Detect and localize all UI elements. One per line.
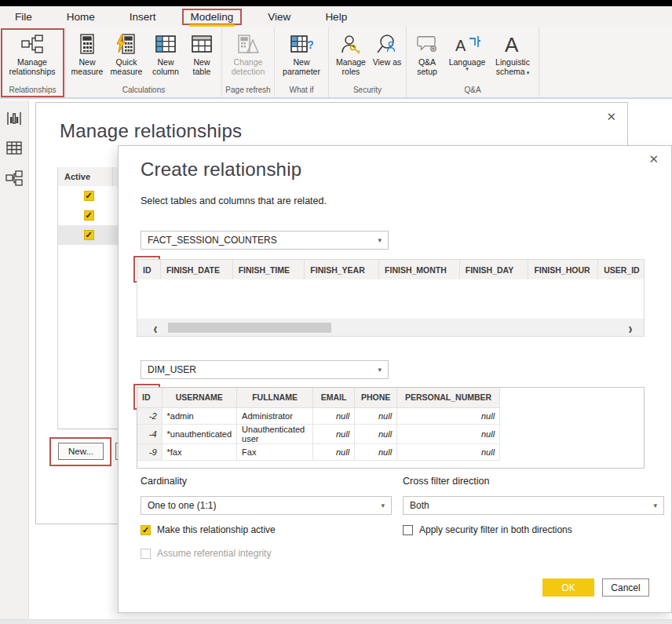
language-caret-icon: ▾	[466, 67, 469, 71]
manage-dialog-close-icon[interactable]: ✕	[606, 111, 616, 122]
option-referential-integrity: Assume referential integrity	[141, 548, 271, 559]
table1-select-dropdown[interactable]: FACT_SESSION_COUNTERS ▾	[141, 231, 389, 250]
active-column-header[interactable]: Active	[58, 167, 112, 186]
manage-relationships-button[interactable]: Manage relationships	[2, 29, 62, 77]
column-header[interactable]: PHONE	[355, 388, 397, 407]
language-button[interactable]: A Language ▾	[445, 29, 489, 71]
scrollbar-thumb[interactable]	[168, 323, 331, 333]
ribbon-group-page-refresh: Change detection Page refresh	[222, 27, 275, 97]
qa-setup-button[interactable]: Q&A setup	[409, 29, 445, 77]
report-view-icon[interactable]	[6, 111, 22, 126]
option-security-filter[interactable]: Apply security filter in both directions	[403, 524, 572, 535]
ok-button[interactable]: OK	[542, 578, 594, 597]
cell-fullname: Fax	[237, 443, 313, 460]
cell-phone: null	[355, 407, 397, 424]
cell-id: -2	[137, 407, 162, 424]
column-header[interactable]: FINISH_DATE	[161, 260, 233, 279]
view-as-button[interactable]: View as	[371, 29, 404, 67]
manage-roles-button[interactable]: Manage roles	[331, 29, 371, 77]
qa-setup-icon	[416, 31, 438, 57]
column-header[interactable]: FINISH_HOUR	[528, 260, 598, 279]
manage-roles-icon	[340, 31, 362, 57]
model-view-icon[interactable]	[5, 170, 23, 186]
linguistic-schema-button[interactable]: A Linguistic schema▾	[489, 29, 536, 77]
cell-email: null	[313, 443, 355, 460]
column-header[interactable]: FINISH_MONTH	[379, 260, 460, 279]
column-header[interactable]: USERNAME	[162, 388, 237, 407]
ribbon-group-security: Manage roles View as Security	[329, 27, 407, 97]
relationship-row[interactable]: ✓	[58, 206, 119, 225]
language-icon: A	[454, 31, 480, 57]
menu-modeling[interactable]: Modeling	[182, 9, 243, 25]
cell-username: *unauthenticated	[162, 424, 237, 443]
create-dialog-title: Create relationship	[141, 159, 301, 181]
cross-filter-label: Cross filter direction	[403, 476, 489, 487]
dim-user-table-preview: ID USERNAME FULLNAME EMAIL PHONE PERSONA…	[137, 387, 645, 469]
column-header[interactable]: EMAIL	[313, 388, 355, 407]
new-column-button[interactable]: New column	[147, 29, 184, 77]
column-header[interactable]: ID	[137, 260, 161, 279]
menu-file[interactable]: File	[6, 9, 41, 25]
menu-insert[interactable]: Insert	[121, 9, 165, 25]
data-view-icon[interactable]	[6, 141, 22, 155]
change-detection-button: Change detection	[225, 29, 272, 77]
view-as-icon	[376, 31, 398, 57]
cell-id: -9	[137, 443, 162, 460]
new-table-label: New table	[184, 57, 219, 77]
cardinality-dropdown[interactable]: One to one (1:1) ▾	[141, 496, 392, 515]
new-column-label: New column	[147, 57, 184, 77]
group-label-page-refresh: Page refresh	[225, 84, 272, 97]
column-header[interactable]: FINISH_TIME	[233, 260, 305, 279]
checkbox-unchecked[interactable]	[403, 525, 413, 535]
horizontal-scrollbar[interactable]: ‹ ›	[137, 319, 644, 336]
option-referential-integrity-label: Assume referential integrity	[157, 548, 271, 559]
cross-filter-dropdown[interactable]: Both ▾	[403, 496, 664, 515]
menu-help[interactable]: Help	[316, 9, 356, 25]
scroll-left-icon[interactable]: ‹	[147, 319, 164, 336]
relationship-row[interactable]: ✓	[58, 186, 119, 206]
group-label-qa: Q&A	[409, 84, 536, 97]
manage-roles-label: Manage roles	[331, 57, 371, 77]
fact-table-preview: ID FINISH_DATE FINISH_TIME FINISH_YEAR F…	[137, 259, 645, 337]
create-dialog-close-icon[interactable]: ✕	[648, 153, 659, 165]
cell-fullname: Unauthenticated user	[237, 424, 313, 443]
option-security-filter-label: Apply security filter in both directions	[419, 524, 572, 535]
option-make-active[interactable]: ✓ Make this relationship active	[141, 524, 276, 535]
active-checkbox-checked[interactable]: ✓	[84, 191, 94, 201]
create-dialog-subtitle: Select tables and columns that are relat…	[141, 195, 327, 206]
column-header[interactable]: FINISH_YEAR	[305, 260, 379, 279]
column-header[interactable]: PERSONAL_NUMBER	[397, 388, 500, 407]
column-header[interactable]: ID	[137, 388, 162, 407]
cross-filter-value: Both	[410, 500, 429, 511]
relationship-row-selected[interactable]: ✓	[58, 225, 119, 245]
view-as-label: View as	[373, 57, 402, 67]
fact-table-empty-body	[137, 279, 644, 319]
column-header[interactable]: FINISH_DAY	[460, 260, 529, 279]
quick-measure-button[interactable]: Quick measure	[106, 29, 147, 77]
table2-select-dropdown[interactable]: DIM_USER ▾	[141, 360, 389, 379]
menu-home[interactable]: Home	[58, 9, 104, 25]
column-header[interactable]: FULLNAME	[237, 388, 313, 407]
linguistic-schema-icon: A	[503, 31, 522, 57]
column-header[interactable]: USER_ID	[598, 260, 644, 279]
active-checkbox-checked[interactable]: ✓	[84, 210, 94, 221]
manage-dialog-title: Manage relationships	[60, 120, 242, 142]
powerbi-window: File Home Insert Modeling View Help	[0, 0, 672, 624]
menu-view[interactable]: View	[259, 9, 299, 25]
cell-personal-number: null	[397, 407, 500, 424]
change-detection-label: Change detection	[225, 57, 272, 77]
group-label-calculations: Calculations	[68, 84, 219, 97]
scroll-right-icon[interactable]: ›	[622, 319, 639, 336]
checkbox-checked[interactable]: ✓	[141, 525, 151, 535]
window-titlebar	[0, 0, 672, 6]
new-table-button[interactable]: New table	[184, 29, 219, 77]
new-parameter-button[interactable]: ? New parameter	[277, 29, 326, 77]
new-measure-button[interactable]: New measure	[68, 29, 106, 77]
cell-username: *fax	[162, 443, 237, 460]
create-relationship-dialog: Create relationship ✕ Select tables and …	[118, 145, 672, 613]
active-checkbox-checked[interactable]: ✓	[84, 230, 94, 240]
new-relationship-button[interactable]: New...	[58, 443, 104, 460]
svg-text:A: A	[455, 37, 466, 54]
cancel-button[interactable]: Cancel	[602, 578, 649, 597]
group-label-relationships: Relationships	[2, 84, 63, 97]
